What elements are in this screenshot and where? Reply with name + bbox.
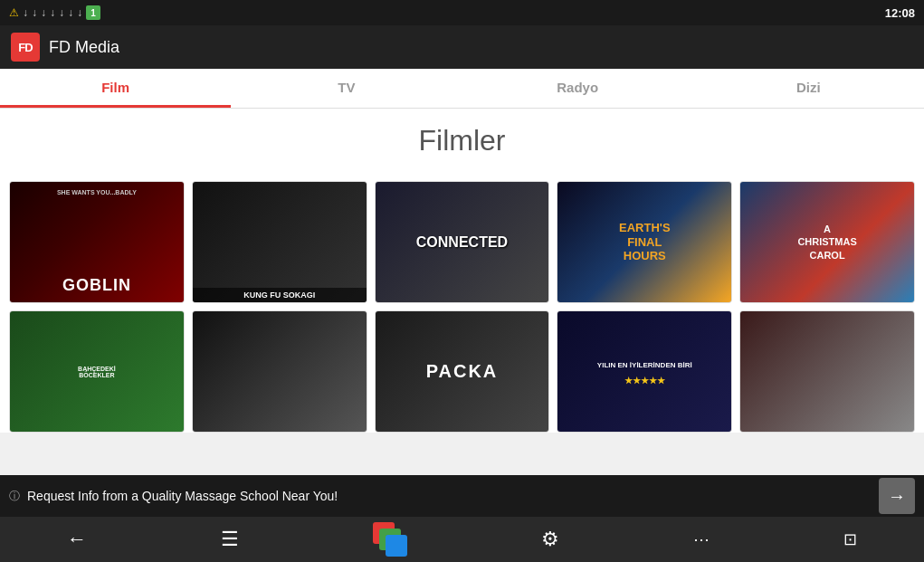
ad-text: Request Info from a Quality Massage Scho… (27, 489, 338, 503)
share-button[interactable]: ⋯ (686, 522, 717, 557)
tab-tv[interactable]: TV (231, 69, 462, 108)
download-icon-6: ↓ (68, 6, 73, 19)
download-icon-1: ↓ (23, 6, 28, 19)
ad-arrow-button[interactable]: → (879, 478, 915, 514)
badge-icon: 1 (86, 5, 100, 20)
menu-icon: ☰ (221, 528, 239, 551)
movie-yilin[interactable]: YILIN EN İYİLERİNDEN BİRİ ★★★★★ (557, 310, 732, 433)
movie-goblin[interactable]: SHE WANTS YOU...BADLY GOBLIN (9, 181, 185, 303)
settings-button[interactable]: ⚙ (534, 520, 567, 558)
title-area: Filmler (0, 109, 924, 172)
ad-info-icon: ⓘ (9, 489, 20, 504)
window-button[interactable]: ⊡ (836, 522, 864, 557)
share-icon: ⋯ (693, 529, 710, 549)
movie-packa[interactable]: PACKA (375, 310, 550, 433)
tab-film[interactable]: Film (0, 69, 231, 108)
ad-bar: ⓘ Request Info from a Quality Massage Sc… (0, 475, 924, 517)
movie-bahce[interactable]: BAHÇEDEKİBÖCEKLER (9, 310, 185, 433)
back-icon: ← (67, 528, 87, 551)
movie-row-2: BAHÇEDEKİBÖCEKLER PACKA YILIN EN İYİLERİ… (5, 310, 919, 433)
download-icon-5: ↓ (59, 6, 64, 19)
window-icon: ⊡ (843, 529, 857, 549)
clock: 12:08 (885, 6, 915, 20)
home-button[interactable] (366, 515, 414, 562)
movie-row2-5[interactable] (739, 310, 915, 433)
movie-connected[interactable]: CONNECTED (375, 181, 550, 303)
content-area: SHE WANTS YOU...BADLY GOBLIN KUNG FU SOK… (0, 172, 924, 433)
movie-finalhours[interactable]: EARTH'SFINALHOURS (557, 181, 732, 303)
download-icon-7: ↓ (77, 6, 82, 19)
status-bar: ⚠ ↓ ↓ ↓ ↓ ↓ ↓ ↓ 1 12:08 (0, 0, 924, 25)
download-icon-4: ↓ (50, 6, 55, 19)
tab-bar: Film TV Radyo Dizi (0, 69, 924, 109)
arrow-right-icon: → (888, 486, 906, 507)
app-bar: FD FD Media (0, 25, 924, 69)
page-title: Filmler (419, 124, 506, 157)
tab-dizi[interactable]: Dizi (693, 69, 924, 108)
home-logo (373, 522, 407, 557)
menu-button[interactable]: ☰ (214, 520, 246, 558)
app-title: FD Media (49, 38, 119, 57)
bottom-nav: ← ☰ ⚙ ⋯ ⊡ (0, 517, 924, 562)
download-icon-3: ↓ (41, 6, 46, 19)
logo-layer-blue (386, 535, 407, 557)
movie-row-1: SHE WANTS YOU...BADLY GOBLIN KUNG FU SOK… (5, 181, 919, 303)
back-button[interactable]: ← (60, 520, 94, 558)
movie-christmas[interactable]: ACHRISTMASCAROL (739, 181, 915, 303)
app-logo: FD (11, 33, 40, 62)
status-icons: ⚠ ↓ ↓ ↓ ↓ ↓ ↓ ↓ 1 (9, 5, 100, 20)
warning-icon: ⚠ (9, 6, 19, 19)
movie-kungfu[interactable]: KUNG FU SOKAGI (192, 181, 367, 303)
tab-radyo[interactable]: Radyo (462, 69, 693, 108)
settings-icon: ⚙ (541, 528, 559, 551)
download-icon-2: ↓ (32, 6, 37, 19)
movie-row2-2[interactable] (192, 310, 367, 433)
